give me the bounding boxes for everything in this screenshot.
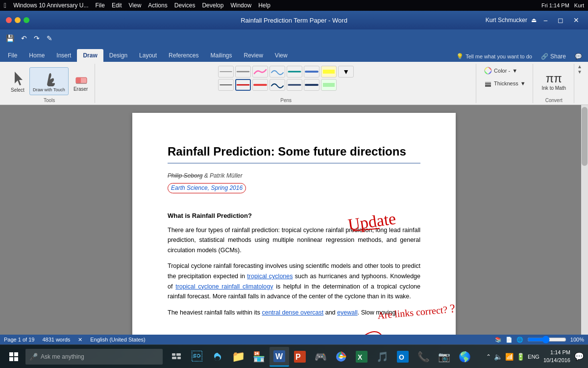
share-label[interactable]: Share (550, 53, 566, 60)
eraser-btn[interactable]: Eraser (71, 69, 91, 94)
tab-mailings[interactable]: Mailings (204, 49, 238, 62)
ribbon-scroll-down[interactable]: ▼ (577, 69, 582, 75)
minimize-button[interactable] (15, 17, 21, 23)
share-area[interactable]: 🔗 Share (536, 51, 571, 62)
redo-icon[interactable]: ↷ (32, 33, 42, 43)
title-bar-icon[interactable]: ⏏ (531, 17, 537, 24)
tell-me-text[interactable]: Tell me what you want to do (466, 53, 532, 59)
word-taskbar-icon[interactable]: W (270, 347, 289, 367)
store-icon[interactable]: 🏪 (249, 347, 269, 367)
menubar-file[interactable]: File (96, 2, 105, 9)
select-tool-btn[interactable]: Select (8, 68, 27, 95)
win-close-btn[interactable]: ✕ (570, 15, 582, 25)
pen-blue-thick[interactable] (304, 66, 319, 78)
chrome-taskbar-icon[interactable] (331, 347, 351, 367)
search-mic-icon[interactable]: 🎤 (29, 353, 38, 361)
speaker-icon[interactable]: 🔈 (494, 353, 502, 361)
skype-icon[interactable]: 📞 (414, 347, 433, 367)
document-area[interactable]: Rainfall Prediction: Some future directi… (0, 105, 588, 335)
menubar-devices[interactable]: Devices (174, 2, 196, 9)
pen-red-thick[interactable] (252, 79, 268, 91)
pen-navy-wave[interactable] (270, 79, 285, 91)
start-button[interactable] (4, 347, 24, 367)
notification-icon[interactable]: 💬 (574, 352, 584, 361)
edge-browser[interactable] (208, 347, 227, 367)
maximize-button[interactable] (24, 17, 29, 23)
pen-pink[interactable] (252, 66, 268, 78)
datetime-display[interactable]: 1:14 PM 10/14/2016 (543, 349, 570, 364)
menubar-develop[interactable]: Develop (202, 2, 223, 9)
lang-indicator[interactable]: ENG (528, 354, 539, 360)
menubar-help[interactable]: Help (258, 2, 270, 9)
win-restore-btn[interactable]: ◻ (555, 15, 566, 25)
link-central-dense[interactable]: central dense overcast (262, 309, 323, 316)
link-tropical-cyclones[interactable]: tropical cyclones (247, 273, 293, 280)
battery-icon[interactable]: 🔋 (516, 353, 525, 361)
tab-file[interactable]: File (2, 49, 23, 62)
pen-gray-medium[interactable] (235, 66, 251, 78)
apple-icon[interactable]:  (4, 1, 6, 9)
music-icon[interactable]: 🎵 (372, 347, 392, 367)
pen-green-highlight[interactable] (321, 79, 337, 91)
link-rainfall-climatology[interactable]: tropical cyclone rainfall climatology (175, 283, 273, 290)
edge-icon[interactable]:  (187, 347, 207, 367)
ribbon-scroll-up[interactable]: ▲ (577, 64, 582, 69)
comments-icon[interactable]: 💬 (571, 51, 586, 62)
para-1-text: There are four types of rainfall predict… (168, 227, 420, 254)
tab-references[interactable]: References (163, 49, 204, 62)
pen-gray-thin[interactable] (218, 66, 234, 78)
color-control-btn[interactable]: Color - ▼ (481, 66, 520, 76)
save-icon[interactable]: 💾 (4, 33, 16, 43)
win-minimize-btn[interactable]: ‒ (540, 15, 551, 25)
tab-view[interactable]: View (269, 49, 294, 62)
menubar-actions[interactable]: Actions (148, 2, 167, 9)
menubar-window[interactable]: Window (230, 2, 251, 9)
svg-rect-24 (172, 357, 176, 359)
print-layout-icon[interactable]: 📄 (506, 337, 513, 343)
pen-teal[interactable] (287, 66, 302, 78)
maps-icon[interactable]: 🌎 (455, 347, 474, 367)
file-explorer-icon[interactable]: 📁 (228, 347, 248, 367)
touch-icon[interactable]: ✎ (45, 33, 54, 43)
draw-touch-btn[interactable]: Draw with Touch (29, 67, 69, 95)
tab-review[interactable]: Review (238, 49, 269, 62)
photos-icon[interactable]: 📷 (434, 347, 454, 367)
close-button[interactable] (6, 17, 12, 23)
pen-red-medium[interactable] (235, 79, 251, 91)
search-bar[interactable]: 🎤 Ask me anything (25, 349, 163, 365)
chevron-up-icon[interactable]: ⌃ (486, 353, 491, 360)
taskview-icon[interactable] (167, 347, 186, 367)
powerpoint-taskbar-icon[interactable]: P (290, 347, 310, 367)
pen-dark-blue[interactable] (304, 79, 319, 91)
word-window: Rainfall Prediction Term Paper - Word Ku… (0, 11, 588, 344)
tab-home[interactable]: Home (23, 49, 50, 62)
pen-dark-thin[interactable] (218, 79, 234, 91)
excel-icon[interactable]: X (352, 347, 371, 367)
language[interactable]: English (United States) (90, 337, 146, 342)
tab-layout[interactable]: Layout (133, 49, 163, 62)
pen-yellow-highlight[interactable] (321, 66, 337, 78)
tab-design[interactable]: Design (103, 49, 133, 62)
menubar-appname[interactable]: Windows 10 Anniversary U... (13, 2, 88, 9)
menubar-view[interactable]: View (129, 2, 142, 9)
vertical-scrollbar[interactable] (581, 105, 588, 335)
pen-navy[interactable] (287, 79, 302, 91)
game-icon[interactable]: 🎮 (311, 347, 330, 367)
link-eyewall[interactable]: eyewall (337, 309, 358, 316)
pen-more[interactable]: ▼ (338, 66, 354, 78)
outlook-taskbar[interactable]: O (393, 347, 413, 367)
zoom-slider[interactable] (527, 336, 566, 343)
tab-insert[interactable]: Insert (50, 49, 77, 62)
spell-check-icon[interactable]: ✕ (78, 337, 82, 343)
pen-blue-wave[interactable] (270, 66, 285, 78)
ink-to-math-btn[interactable]: ππ Ink to Math (538, 70, 570, 93)
read-mode-icon[interactable]: 📚 (495, 337, 502, 343)
thickness-control-btn[interactable]: Thickness ▼ (481, 79, 528, 88)
network-icon[interactable]: 📶 (505, 353, 514, 361)
tell-me-area[interactable]: 💡 Tell me what you want to do (452, 51, 536, 62)
undo-icon[interactable]: ↶ (19, 33, 29, 43)
scrollbar-thumb[interactable] (582, 107, 588, 166)
web-layout-icon[interactable]: 🌐 (516, 337, 523, 343)
menubar-edit[interactable]: Edit (112, 2, 122, 9)
tab-draw[interactable]: Draw (77, 49, 103, 62)
